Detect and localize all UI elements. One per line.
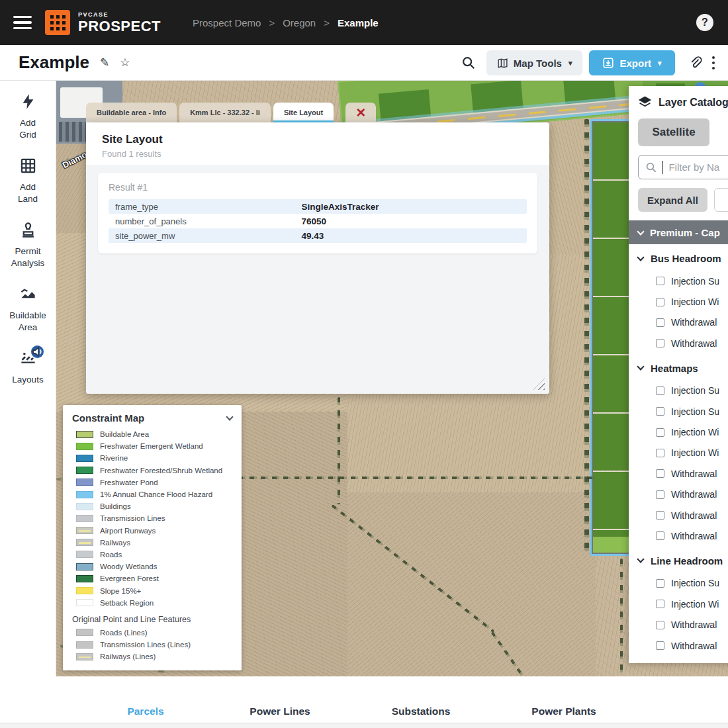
checkbox[interactable] — [656, 579, 664, 588]
checkbox[interactable] — [656, 387, 664, 395]
more-options-kebab-icon[interactable] — [712, 56, 715, 70]
result-key: site_power_mw — [115, 231, 302, 241]
layer-item[interactable]: Withdrawal — [638, 525, 728, 546]
layer-item[interactable]: Withdrawal — [638, 333, 728, 353]
notification-badge-icon[interactable] — [30, 344, 45, 359]
layer-item[interactable]: Injection Su — [638, 573, 728, 594]
layer-item[interactable]: Injection Su — [638, 271, 728, 291]
breadcrumb-item[interactable]: Prospect Demo — [193, 17, 261, 28]
page-title: Example — [19, 52, 89, 73]
checkbox[interactable] — [656, 339, 664, 347]
legend-item-label: Transmission Lines — [100, 514, 165, 522]
sidebar-item-buildable-area[interactable]: Buildable Area — [1, 285, 54, 333]
layer-group-header[interactable]: Heatmaps — [638, 356, 728, 381]
export-button[interactable]: Export ▾ — [589, 50, 674, 75]
filter-input[interactable]: Filter by Na — [638, 155, 728, 179]
close-icon[interactable]: × — [345, 103, 376, 122]
layer-item[interactable]: Injection Wi — [638, 291, 728, 312]
resize-handle-icon[interactable] — [533, 379, 545, 390]
attachment-paperclip-icon[interactable] — [684, 56, 707, 70]
basemap-tab-satellite[interactable]: Satellite — [638, 118, 709, 146]
legend-item: Transmission Lines — [72, 512, 232, 524]
layer-item-label: Injection Su — [671, 276, 719, 287]
bottom-tab-parcels[interactable]: Parcels — [127, 705, 163, 717]
legend-swatch-icon — [76, 455, 93, 462]
layer-item[interactable]: Withdrawal — [638, 484, 728, 505]
layer-item[interactable]: Injection Su — [638, 381, 728, 401]
checkbox[interactable] — [656, 428, 664, 437]
checkbox[interactable] — [656, 531, 664, 540]
legend-swatch-icon — [76, 478, 93, 486]
checkbox[interactable] — [656, 277, 664, 285]
layer-item[interactable]: Injection Su — [638, 401, 728, 422]
checkbox[interactable] — [656, 407, 664, 416]
bottom-tab-substations[interactable]: Substations — [392, 705, 451, 717]
layer-item-label: Withdrawal — [671, 641, 717, 651]
help-icon[interactable]: ? — [696, 14, 713, 31]
basemap-tab-te[interactable]: Te — [709, 118, 728, 146]
legend-swatch-icon — [76, 539, 93, 546]
checkbox[interactable] — [656, 490, 664, 499]
left-toolbar: Add GridAdd LandPermit AnalysisBuildable… — [0, 81, 56, 728]
checkbox[interactable] — [656, 511, 664, 520]
pvcase-logo-icon — [45, 10, 70, 35]
legend-item-label: Railways — [100, 539, 130, 547]
layer-item[interactable]: Withdrawal — [638, 614, 728, 635]
layer-item[interactable]: Injection Wi — [638, 443, 728, 463]
layer-item-label: Injection Su — [671, 406, 719, 417]
layer-group-header[interactable]: Line Headroom — [638, 549, 728, 573]
sidebar-item-layouts[interactable]: Layouts — [1, 349, 54, 386]
legend-item: Buildable Area — [72, 428, 232, 440]
layer-item[interactable]: Withdrawal — [638, 312, 728, 333]
checkbox[interactable] — [656, 318, 664, 327]
chevron-down-icon: ▾ — [569, 59, 572, 68]
search-icon[interactable] — [457, 56, 480, 70]
collapse-all-button[interactable] — [714, 188, 728, 212]
layer-item[interactable]: Withdrawal — [638, 635, 728, 656]
popup-tab[interactable]: Buildable area - Info — [86, 103, 177, 122]
layer-item[interactable]: Withdrawal — [638, 463, 728, 484]
sidebar-item-add-land[interactable]: Add Land — [1, 157, 54, 205]
result-value: 49.43 — [302, 231, 324, 241]
legend-swatch-icon — [76, 641, 93, 649]
chevron-down-icon[interactable] — [226, 413, 233, 420]
checkbox[interactable] — [656, 298, 664, 306]
edit-pencil-icon[interactable]: ✎ — [100, 56, 109, 69]
bottom-tab-power-plants[interactable]: Power Plants — [531, 705, 596, 717]
expand-all-button[interactable]: Expand All — [638, 188, 707, 212]
layer-item-label: Injection Wi — [671, 447, 719, 458]
sidebar-item-label: Layouts — [12, 374, 43, 386]
sidebar-item-label: Add Land — [18, 181, 38, 205]
breadcrumb-item[interactable]: Oregon — [283, 17, 316, 28]
layer-item[interactable]: Withdrawal — [638, 505, 728, 525]
map-tools-button[interactable]: Map Tools ▾ — [486, 50, 583, 75]
sidebar-item-add-grid[interactable]: Add Grid — [1, 93, 54, 140]
layer-catalog-title: Layer Catalog — [659, 97, 728, 109]
layer-group-label: Heatmaps — [651, 363, 698, 374]
legend-item: Freshwater Forested/Shrub Wetland — [72, 465, 232, 477]
favorite-star-icon[interactable]: ☆ — [120, 56, 130, 69]
layer-item-label: Injection Wi — [671, 296, 719, 307]
checkbox[interactable] — [656, 621, 664, 629]
hamburger-menu-icon[interactable] — [13, 16, 32, 29]
area-icon — [19, 285, 37, 306]
checkbox[interactable] — [656, 600, 664, 608]
layer-item[interactable]: Injection Wi — [638, 594, 728, 614]
checkbox[interactable] — [656, 641, 664, 650]
popup-header: Site Layout Found 1 results — [86, 122, 549, 166]
sidebar-item-permit-analysis[interactable]: Permit Analysis — [1, 221, 54, 269]
layer-group-header[interactable]: Bus Headroom — [638, 246, 728, 271]
legend-swatch-dash — [79, 657, 91, 659]
premium-section-header[interactable]: Premium - Cap — [629, 220, 728, 244]
popup-tab[interactable]: Kmm Llc - 332.32 - li — [179, 103, 271, 122]
checkbox[interactable] — [656, 449, 664, 457]
map-canvas[interactable]: onit Diamo Buildable area - InfoKmm Llc … — [56, 81, 728, 676]
legend-swatch-dash — [79, 530, 91, 532]
popup-tab[interactable]: Site Layout — [273, 103, 334, 122]
checkbox[interactable] — [656, 469, 664, 478]
layer-item[interactable]: Injection Wi — [638, 422, 728, 442]
legend-swatch-icon — [76, 467, 93, 474]
legend-item: Roads — [72, 549, 232, 561]
bottom-tab-power-lines[interactable]: Power Lines — [250, 705, 310, 717]
layer-item-label: Withdrawal — [671, 317, 717, 328]
